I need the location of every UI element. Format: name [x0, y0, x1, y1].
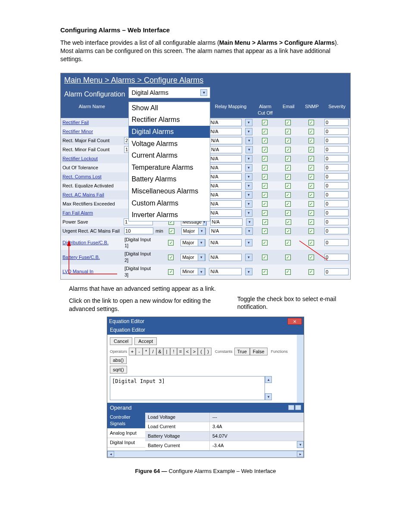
relay-select[interactable]: N/A — [209, 268, 242, 275]
cutoff-checkbox[interactable]: ✓ — [262, 165, 268, 171]
dropdown-option[interactable]: Temperature Alarms — [129, 162, 210, 174]
snmp-checkbox[interactable]: ✓ — [308, 147, 314, 152]
operator-button[interactable]: & — [156, 348, 163, 355]
severity-input[interactable] — [324, 128, 349, 135]
email-checkbox[interactable]: ✓ — [285, 255, 291, 260]
scroll-down-icon[interactable]: ▾ — [297, 441, 304, 448]
severity-input[interactable] — [324, 146, 349, 153]
dropdown-option[interactable]: Inverter Alarms — [129, 209, 210, 221]
chevron-down-icon[interactable]: ▾ — [198, 227, 206, 235]
dropdown-option[interactable]: Current Alarms — [129, 149, 210, 162]
horizontal-scrollbar[interactable]: ◂ ▸ — [107, 451, 304, 457]
operator-button[interactable]: + — [129, 348, 136, 355]
severity-select[interactable]: Major▾ — [181, 227, 206, 235]
chevron-down-icon[interactable]: ▾ — [245, 155, 252, 162]
operator-button[interactable]: * — [143, 348, 149, 355]
relay-select[interactable]: N/A — [209, 182, 242, 190]
constant-button[interactable]: True — [234, 348, 250, 355]
relay-select[interactable]: N/A — [209, 155, 242, 162]
severity-input[interactable] — [324, 164, 349, 171]
dropdown-list[interactable]: Show AllRectifier AlarmsDigital AlarmsVo… — [128, 102, 210, 221]
cancel-button[interactable]: Cancel — [110, 337, 132, 345]
chevron-down-icon[interactable]: ▾ — [245, 119, 252, 126]
severity-input[interactable] — [324, 155, 349, 162]
chevron-down-icon[interactable]: ▾ — [245, 173, 252, 180]
alarm-link[interactable]: Rectifier Minor — [62, 129, 93, 134]
severity-input[interactable] — [324, 209, 349, 216]
snmp-checkbox[interactable]: ✓ — [308, 129, 314, 134]
cutoff-checkbox[interactable]: ✓ — [262, 120, 268, 125]
alarm-link[interactable]: Rectifier Lockout — [62, 156, 98, 161]
severity-input[interactable] — [324, 218, 349, 225]
cutoff-checkbox[interactable]: ✓ — [262, 129, 268, 134]
scroll-down-icon[interactable] — [295, 405, 301, 410]
signal-row[interactable]: Load Voltage--- — [145, 413, 304, 422]
severity-select[interactable]: Minor▾ — [181, 268, 205, 275]
cutoff-checkbox[interactable]: ✓ — [262, 255, 268, 260]
snmp-checkbox[interactable]: ✓ — [308, 240, 314, 246]
operator-button[interactable]: = — [177, 348, 184, 355]
email-checkbox[interactable]: ✓ — [285, 147, 291, 152]
accept-button[interactable]: Accept — [134, 337, 157, 345]
enable-checkbox[interactable]: ✓ — [168, 269, 174, 275]
operand-tab[interactable]: Controller Signals — [107, 413, 145, 429]
snmp-checkbox[interactable]: ✓ — [308, 210, 314, 216]
operator-button[interactable]: - — [136, 348, 143, 355]
dropdown-option[interactable]: Custom Alarms — [129, 197, 210, 209]
signal-row[interactable]: Battery Voltage54.07V — [145, 432, 304, 441]
operand-tab[interactable]: Analog Input — [107, 429, 145, 438]
relay-select[interactable]: N/A — [209, 227, 242, 235]
severity-input[interactable] — [324, 239, 349, 246]
snmp-checkbox[interactable]: ✓ — [308, 165, 314, 171]
cutoff-checkbox[interactable]: ✓ — [262, 201, 268, 207]
email-checkbox[interactable]: ✓ — [285, 183, 291, 189]
chevron-down-icon[interactable]: ▾ — [245, 209, 252, 217]
close-button[interactable]: ✕ — [287, 318, 302, 325]
severity-input[interactable] — [324, 182, 349, 189]
alarm-link[interactable]: Rect. AC Mains Fail — [62, 192, 104, 197]
relay-select[interactable]: N/A — [209, 200, 242, 208]
chevron-down-icon[interactable]: ▾ — [246, 137, 253, 144]
chevron-down-icon[interactable]: ▾ — [245, 268, 252, 275]
scroll-up-icon[interactable]: ▴ — [265, 376, 272, 383]
alarm-type-dropdown[interactable]: Digital Alarms ▾ Show AllRectifier Alarm… — [128, 87, 210, 102]
scroll-up-icon[interactable] — [288, 405, 294, 410]
cutoff-checkbox[interactable]: ✓ — [262, 210, 268, 216]
scroll-left-icon[interactable]: ◂ — [107, 451, 114, 457]
email-checkbox[interactable]: ✓ — [286, 219, 291, 225]
constant-button[interactable]: False — [250, 348, 268, 355]
email-checkbox[interactable]: ✓ — [285, 228, 291, 234]
relay-select[interactable]: N/A — [209, 191, 242, 199]
severity-input[interactable] — [324, 191, 349, 198]
email-checkbox[interactable]: ✓ — [285, 192, 291, 198]
snmp-checkbox[interactable]: ✓ — [308, 219, 314, 225]
snmp-checkbox[interactable]: ✓ — [308, 201, 314, 207]
snmp-checkbox[interactable]: ✓ — [308, 255, 314, 260]
alarm-link[interactable]: Battery Fuse/C.B. — [62, 255, 100, 260]
relay-select[interactable]: N/A — [209, 254, 242, 261]
dropdown-option[interactable]: Digital Alarms — [129, 126, 210, 138]
relay-select[interactable]: N/A — [209, 173, 242, 180]
email-checkbox[interactable]: ✓ — [285, 129, 291, 134]
chevron-down-icon[interactable]: ▾ — [246, 218, 253, 226]
relay-select[interactable]: N/A — [209, 137, 242, 144]
operator-button[interactable]: ! — [170, 348, 177, 355]
chevron-down-icon[interactable]: ▾ — [245, 200, 252, 208]
relay-select[interactable]: N/A — [210, 218, 243, 226]
enable-checkbox[interactable]: ✓ — [168, 240, 174, 246]
value-input[interactable] — [124, 227, 153, 234]
email-checkbox[interactable]: ✓ — [285, 165, 291, 171]
snmp-checkbox[interactable]: ✓ — [308, 269, 314, 275]
severity-input[interactable] — [324, 137, 349, 144]
severity-input[interactable] — [324, 200, 349, 207]
cutoff-checkbox[interactable]: ✓ — [262, 183, 268, 189]
severity-select[interactable]: Major▾ — [181, 239, 205, 246]
email-checkbox[interactable]: ✓ — [285, 201, 291, 207]
dropdown-option[interactable]: Rectifier Alarms — [129, 114, 210, 126]
severity-input[interactable] — [324, 227, 349, 234]
equation-textarea[interactable] — [110, 376, 265, 400]
operator-button[interactable]: ) — [205, 348, 212, 355]
relay-select[interactable]: N/A — [209, 146, 242, 153]
relay-select[interactable]: N/A — [209, 128, 242, 135]
scroll-down-icon[interactable]: ▾ — [265, 393, 272, 400]
